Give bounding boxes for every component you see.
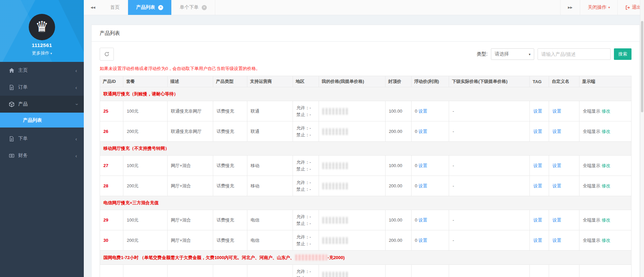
modify-link[interactable]: 修改 [601,109,610,114]
float-set-link[interactable]: 设置 [419,163,427,168]
product-id-cell [100,265,123,277]
scrollbar-thumb[interactable] [641,21,643,112]
product-type-cell: 话费慢充 [213,101,247,121]
description-cell: 联通慢充非网厅 [167,121,213,142]
tag-cell: 设置 [530,230,549,251]
column-header: 地区 [293,76,319,87]
custom-name-set-link[interactable]: 设置 [552,217,561,223]
submenu: 产品列表 [0,113,84,128]
tag-set-link[interactable]: 设置 [533,109,542,114]
float-price-cell [411,265,449,277]
scroll-tabs-left-icon[interactable]: ◀◀ [84,0,102,15]
product-id-cell: 28 [100,176,123,196]
custom-name-set-link[interactable]: 设置 [552,129,561,134]
custom-name-set-link[interactable]: 设置 [552,183,561,188]
product-type-cell: 话费慢充 [213,121,247,142]
sidebar-item-home[interactable]: 主页‹ [0,62,84,79]
table-header-row: 产品ID套餐描述产品类型支持运营商地区我的价格(我提单价格)封顶价浮动价(利润)… [100,76,631,87]
custom-name-cell [549,265,579,277]
display-cell: 全端显示 修改 [579,230,631,251]
tag-set-link[interactable]: 设置 [533,129,542,134]
place-order-icon [9,136,15,142]
sidebar-item-label: 订单 [18,84,75,90]
sub-price-cell [449,265,530,277]
search-button[interactable]: 搜索 [614,48,631,60]
my-price-cell [319,210,386,230]
tag-set-link[interactable]: 设置 [533,163,542,168]
package-cell [123,265,168,277]
search-input[interactable] [538,48,611,60]
group-header-row: 移动网厅慢充（不支持携号转网） [100,142,631,156]
float-set-link[interactable]: 设置 [419,238,427,243]
modify-link[interactable]: 修改 [601,238,610,243]
column-header: 封顶价 [385,76,411,87]
tab-single-order[interactable]: 单个下单✕ [172,0,215,15]
product-row: 29100元网厅+混合话费慢充电信允许：-禁止：-100.000 设置-设置设置… [100,210,631,230]
chevron-down-icon: ‹ [74,103,79,105]
tag-set-link[interactable]: 设置 [533,238,542,243]
float-set-link[interactable]: 设置 [419,183,427,188]
custom-name-cell: 设置 [549,176,579,196]
float-price-cell: 0 设置 [411,210,449,230]
description-cell: 网厅+混合 [167,230,213,251]
tag-set-link[interactable]: 设置 [533,217,542,223]
custom-name-cell: 设置 [549,101,579,121]
my-price-cell [319,265,386,277]
tab-bar-right: ▶▶ 关闭操作▾ 退出 [560,0,644,15]
product-id-cell: 29 [100,210,123,230]
product-type-cell: 话费慢充 [213,156,247,176]
tab-product-list[interactable]: 产品列表✕ [128,0,172,15]
display-cell: 全端显示 修改 [579,176,631,196]
refresh-button[interactable] [100,48,114,61]
modify-link[interactable]: 修改 [601,183,610,188]
app-window: ♛ 1112561 更多操作▾ 主页‹订单‹产品‹产品列表下单‹财务‹ ◀◀ 首… [0,0,644,277]
cap-price-cell: 100.00 [385,101,411,121]
float-set-link[interactable]: 设置 [419,129,427,134]
type-select[interactable]: 请选择 ▾ [491,48,534,60]
display-cell: 全端显示 修改 [579,121,631,142]
sidebar-item-place-order[interactable]: 下单‹ [0,130,84,147]
sidebar-item-orders[interactable]: 订单‹ [0,79,84,96]
product-type-cell: 话费慢充 [213,210,247,230]
sidebar-profile: ♛ 1112561 更多操作▾ [0,0,84,62]
package-cell: 200元 [123,230,168,251]
product-icon [9,101,15,107]
tab-bar: ◀◀ 首页产品列表✕单个下单✕ ▶▶ 关闭操作▾ 退出 [84,0,644,15]
float-price-cell: 0 设置 [411,176,449,196]
scrollbar[interactable] [640,0,644,277]
custom-name-set-link[interactable]: 设置 [552,109,561,114]
custom-name-set-link[interactable]: 设置 [552,238,561,243]
float-set-link[interactable]: 设置 [419,217,427,223]
product-id: 30 [103,238,108,243]
product-row: 25100元联通慢充非网厅话费慢充联通允许：-禁止：-100.000 设置-设置… [100,101,631,121]
censored-text [295,254,327,260]
chevron-down-icon: ▾ [529,52,530,56]
float-set-link[interactable]: 设置 [419,109,427,114]
tag-set-link[interactable]: 设置 [533,183,542,188]
sidebar: ♛ 1112561 更多操作▾ 主页‹订单‹产品‹产品列表下单‹财务‹ [0,0,84,277]
tag-cell [530,265,549,277]
scroll-tabs-right-icon[interactable]: ▶▶ [560,0,580,15]
close-actions-dropdown[interactable]: 关闭操作▾ [580,0,617,15]
finance-icon [9,153,15,159]
modify-link[interactable]: 修改 [601,129,610,134]
sidebar-item-product-list[interactable]: 产品列表 [0,113,84,128]
package-cell: 100元 [123,210,168,230]
column-header: 套餐 [123,76,168,87]
close-tab-icon[interactable]: ✕ [158,5,163,10]
sub-price-cell: - [449,101,530,121]
my-price-cell [319,156,386,176]
tab-home[interactable]: 首页 [102,0,128,15]
carrier-cell: 联通 [247,101,293,121]
carrier-cell: 电信 [247,230,293,251]
custom-name-set-link[interactable]: 设置 [552,163,561,168]
tag-cell: 设置 [530,176,549,196]
sidebar-item-products[interactable]: 产品‹ [0,96,84,113]
product-id-cell: 30 [100,230,123,251]
modify-link[interactable]: 修改 [601,163,610,168]
product-row: 26200元联通慢充非网厅话费慢充联通允许：-禁止：-200.000 设置-设置… [100,121,631,142]
more-actions-dropdown[interactable]: 更多操作▾ [0,50,84,56]
sidebar-item-finance[interactable]: 财务‹ [0,147,84,164]
modify-link[interactable]: 修改 [601,217,610,223]
close-tab-icon[interactable]: ✕ [202,5,207,10]
